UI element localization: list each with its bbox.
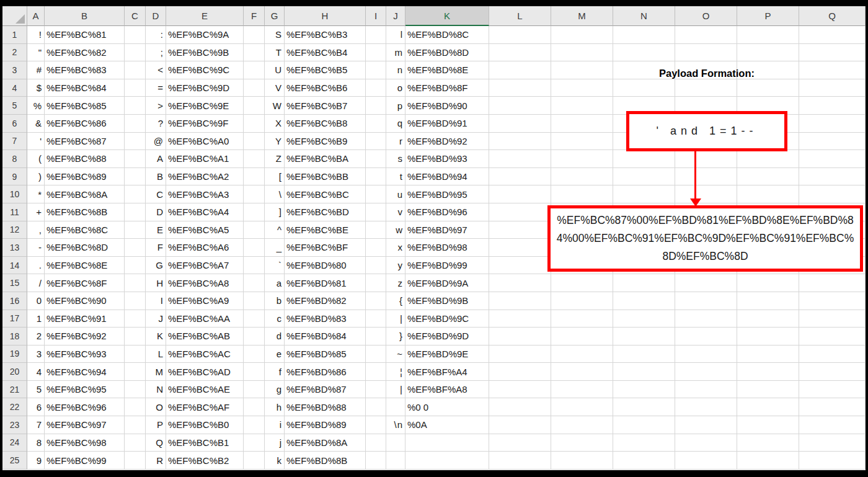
cell-H17[interactable]: %EF%BD%83 [285, 310, 366, 328]
cell-K2[interactable]: %EF%BD%8D [405, 44, 489, 62]
cell-G23[interactable]: i [265, 416, 285, 434]
cell-L5[interactable] [489, 97, 551, 115]
cell-L8[interactable] [489, 150, 551, 168]
cell-P9[interactable] [737, 168, 799, 186]
cell-C12[interactable] [125, 221, 146, 239]
cell-N16[interactable] [613, 292, 675, 310]
cell-D14[interactable]: G [146, 257, 166, 275]
cell-L24[interactable] [489, 434, 551, 452]
cell-E16[interactable]: %EF%BC%A9 [166, 292, 244, 310]
cell-F10[interactable] [244, 185, 265, 203]
cell-I8[interactable] [366, 150, 386, 168]
cell-B14[interactable]: %EF%BC%8E [45, 257, 125, 275]
cell-G3[interactable]: U [265, 61, 285, 79]
cell-C3[interactable] [125, 61, 146, 79]
cell-D6[interactable]: ? [146, 115, 166, 133]
row-header-10[interactable]: 10 [2, 185, 27, 203]
cell-P24[interactable] [737, 434, 799, 452]
cell-G13[interactable]: _ [265, 239, 285, 257]
cell-A12[interactable]: , [27, 221, 45, 239]
cell-F1[interactable] [244, 26, 265, 44]
cell-L12[interactable] [489, 221, 551, 239]
column-header-B[interactable]: B [45, 6, 125, 26]
cell-M6[interactable] [551, 115, 613, 133]
cell-O15[interactable] [675, 274, 737, 292]
cell-H9[interactable]: %EF%BC%BB [285, 168, 366, 186]
cell-H6[interactable]: %EF%BC%B8 [285, 115, 366, 133]
cell-O18[interactable] [675, 328, 737, 345]
cell-I9[interactable] [366, 168, 386, 186]
cell-C25[interactable] [125, 452, 146, 470]
cell-H12[interactable]: %EF%BC%BE [285, 221, 366, 239]
cell-Q21[interactable] [799, 381, 866, 399]
cell-G7[interactable]: Y [265, 133, 285, 151]
cell-D10[interactable]: C [146, 185, 166, 203]
cell-B25[interactable]: %EF%BC%99 [45, 452, 125, 470]
cell-L17[interactable] [489, 310, 551, 328]
row-header-1[interactable]: 1 [2, 26, 27, 44]
cell-C2[interactable] [125, 44, 146, 62]
cell-C19[interactable] [125, 345, 146, 363]
cell-H13[interactable]: %EF%BC%BF [285, 239, 366, 257]
cell-C22[interactable] [125, 398, 146, 416]
cell-Q25[interactable] [799, 452, 866, 470]
cell-Q22[interactable] [799, 398, 866, 416]
cell-F2[interactable] [244, 44, 265, 62]
cell-P1[interactable] [737, 26, 799, 44]
cell-L11[interactable] [489, 203, 551, 221]
cell-C4[interactable] [125, 79, 146, 97]
cell-C18[interactable] [125, 328, 146, 345]
cell-M4[interactable] [551, 79, 613, 97]
cell-K15[interactable]: %EF%BD%9A [405, 274, 489, 292]
row-header-18[interactable]: 18 [2, 328, 27, 345]
cell-C23[interactable] [125, 416, 146, 434]
cell-D3[interactable]: < [146, 61, 166, 79]
cell-K12[interactable]: %EF%BD%97 [405, 221, 489, 239]
cell-P23[interactable] [737, 416, 799, 434]
cell-A13[interactable]: - [27, 239, 45, 257]
row-header-3[interactable]: 3 [2, 61, 27, 79]
cell-Q4[interactable] [799, 79, 866, 97]
cell-J1[interactable]: l [386, 26, 405, 44]
cell-I1[interactable] [366, 26, 386, 44]
cell-A9[interactable]: ) [27, 168, 45, 186]
cell-E17[interactable]: %EF%BC%AA [166, 310, 244, 328]
cell-B20[interactable]: %EF%BC%94 [45, 363, 125, 381]
cell-E22[interactable]: %EF%BC%AF [166, 398, 244, 416]
cell-G19[interactable]: e [265, 345, 285, 363]
cell-A18[interactable]: 2 [27, 328, 45, 345]
cell-B22[interactable]: %EF%BC%96 [45, 398, 125, 416]
cell-A23[interactable]: 7 [27, 416, 45, 434]
column-header-A[interactable]: A [27, 6, 45, 26]
cell-F18[interactable] [244, 328, 265, 345]
cell-Q23[interactable] [799, 416, 866, 434]
cell-B13[interactable]: %EF%BC%8D [45, 239, 125, 257]
cell-G16[interactable]: b [265, 292, 285, 310]
cell-F6[interactable] [244, 115, 265, 133]
column-header-J[interactable]: J [386, 6, 405, 26]
cell-Q18[interactable] [799, 328, 866, 345]
cell-O25[interactable] [675, 452, 737, 470]
cell-P8[interactable] [737, 150, 799, 168]
cell-H4[interactable]: %EF%BC%B6 [285, 79, 366, 97]
cell-M20[interactable] [551, 363, 613, 381]
cell-O4[interactable] [675, 79, 737, 97]
cell-C11[interactable] [125, 203, 146, 221]
cell-D11[interactable]: D [146, 203, 166, 221]
row-header-22[interactable]: 22 [2, 398, 27, 416]
cell-H7[interactable]: %EF%BC%B9 [285, 133, 366, 151]
cell-K21[interactable]: %EF%BF%A8 [405, 381, 489, 399]
cell-C16[interactable] [125, 292, 146, 310]
cell-A11[interactable]: + [27, 203, 45, 221]
cell-I6[interactable] [366, 115, 386, 133]
cell-C5[interactable] [125, 97, 146, 115]
row-header-16[interactable]: 16 [2, 292, 27, 310]
cell-L13[interactable] [489, 239, 551, 257]
cell-K10[interactable]: %EF%BD%95 [405, 185, 489, 203]
cell-H14[interactable]: %EF%BD%80 [285, 257, 366, 275]
cell-I24[interactable] [366, 434, 386, 452]
cell-J25[interactable] [386, 452, 405, 470]
cell-A25[interactable]: 9 [27, 452, 45, 470]
cell-J10[interactable]: u [386, 185, 405, 203]
cell-E24[interactable]: %EF%BC%B1 [166, 434, 244, 452]
